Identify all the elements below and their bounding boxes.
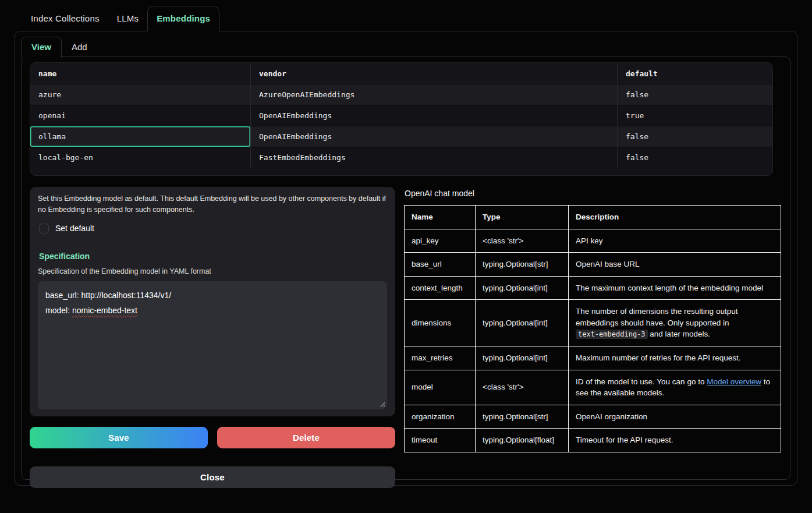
doc-type: typing.Optional[int] [476, 276, 569, 300]
doc-col-name: Name [405, 206, 476, 229]
cell-default: false [617, 126, 772, 147]
doc-type: typing.Optional[int] [476, 346, 569, 370]
specification-subtitle: Specification of the Embedding model in … [38, 267, 387, 275]
doc-desc: OpenAI base URL [569, 253, 781, 277]
table-row-local-bge-en[interactable]: local-bge-en FastEmbedEmbeddings false [30, 147, 772, 168]
doc-name: dimensions [405, 300, 476, 346]
doc-name: max_retries [405, 346, 476, 370]
doc-name: timeout [405, 429, 476, 452]
cell-name: local-bge-en [30, 147, 250, 168]
doc-type: typing.Optional[int] [476, 300, 569, 346]
doc-row-context-length: context_length typing.Optional[int] The … [405, 276, 781, 300]
view-panel: name vendor default azure AzureOpenAIEmb… [21, 56, 790, 480]
doc-row-base-url: base_url typing.Optional[str] OpenAI bas… [405, 253, 781, 277]
cell-vendor: AzureOpenAIEmbeddings [250, 84, 617, 105]
default-config-panel: Set this Embedding model as default. Thi… [30, 187, 395, 416]
doc-name: base_url [405, 253, 476, 277]
set-default-row: Set default [39, 224, 387, 233]
model-doc-table: Name Type Description api_key <class 'st… [404, 205, 781, 452]
cell-vendor: OpenAIEmbeddings [250, 105, 617, 126]
doc-desc: The maximum context length of the embedd… [569, 276, 781, 300]
col-header-default: default [617, 63, 772, 84]
doc-row-api-key: api_key <class 'str'> API key [405, 229, 781, 253]
close-button[interactable]: Close [30, 466, 395, 488]
save-button[interactable]: Save [30, 427, 208, 448]
doc-col-description: Description [569, 206, 781, 229]
doc-column: OpenAI chat model Name Type Description … [404, 187, 782, 488]
cell-name: openai [30, 105, 250, 126]
doc-row-organization: organization typing.Optional[str] OpenAI… [405, 405, 781, 429]
doc-header-row: Name Type Description [405, 206, 781, 229]
cell-default: false [617, 84, 772, 105]
cell-name-selected: ollama [30, 126, 250, 147]
doc-type: typing.Optional[str] [476, 253, 569, 277]
doc-row-dimensions: dimensions typing.Optional[int] The numb… [405, 300, 781, 346]
doc-name: context_length [405, 276, 476, 300]
doc-name: organization [405, 405, 476, 429]
col-header-vendor: vendor [250, 63, 617, 84]
edit-column: Set this Embedding model as default. Thi… [30, 187, 395, 488]
embeddings-table-header: name vendor default [30, 63, 772, 84]
doc-col-type: Type [476, 206, 569, 229]
doc-desc: Timeout for the API request. [569, 429, 781, 452]
doc-type: typing.Optional[str] [476, 405, 569, 429]
subtab-view[interactable]: View [21, 37, 62, 58]
yaml-line-2: model: nomic-embed-text [45, 303, 380, 319]
doc-name: model [405, 370, 476, 405]
col-header-name: name [30, 63, 250, 84]
embeddings-table: name vendor default azure AzureOpenAIEmb… [30, 62, 773, 176]
yaml-spec-textarea[interactable]: base_url: http://localhost:11434/v1/ mod… [38, 281, 387, 409]
embeddings-panel: View Add name vendor default azure Azure… [15, 31, 797, 486]
table-row-ollama[interactable]: ollama OpenAIEmbeddings false [30, 126, 772, 147]
cell-vendor: OpenAIEmbeddings [250, 126, 617, 147]
tab-llms[interactable]: LLMs [108, 6, 147, 31]
doc-row-max-retries: max_retries typing.Optional[int] Maximum… [405, 346, 781, 370]
doc-row-model: model <class 'str'> ID of the model to u… [405, 370, 781, 405]
yaml-model-value: nomic-embed-text [72, 306, 137, 315]
tab-index-collections[interactable]: Index Collections [22, 6, 108, 31]
doc-desc: API key [569, 229, 781, 253]
set-default-label[interactable]: Set default [55, 224, 94, 233]
doc-desc: Maximum number of retries for the API re… [569, 346, 781, 370]
doc-type: <class 'str'> [476, 370, 569, 405]
cell-default: true [617, 105, 772, 126]
doc-title: OpenAI chat model [405, 189, 781, 198]
set-default-checkbox[interactable] [39, 224, 49, 233]
code-chip-text-embedding-3: text-embedding-3 [576, 330, 648, 339]
cell-default: false [617, 147, 772, 168]
doc-row-timeout: timeout typing.Optional[float] Timeout f… [405, 429, 781, 452]
doc-desc: The number of dimensions the resulting o… [569, 300, 781, 346]
main-tab-bar: Index Collections LLMs Embeddings [15, 6, 797, 31]
tab-embeddings[interactable]: Embeddings [147, 6, 219, 31]
doc-desc: OpenAI organization [569, 405, 781, 429]
model-overview-link[interactable]: Model overview [707, 377, 761, 386]
table-row-openai[interactable]: openai OpenAIEmbeddings true [30, 105, 772, 126]
specification-heading: Specification [39, 252, 387, 261]
yaml-line-1: base_url: http://localhost:11434/v1/ [45, 288, 380, 303]
subtab-add[interactable]: Add [62, 37, 97, 57]
sub-tab-bar: View Add [21, 37, 790, 57]
doc-type: typing.Optional[float] [476, 429, 569, 452]
doc-desc: ID of the model to use. You can go to Mo… [569, 370, 781, 405]
set-default-description: Set this Embedding model as default. Thi… [38, 193, 387, 216]
delete-button[interactable]: Delete [217, 427, 395, 448]
cell-vendor: FastEmbedEmbeddings [250, 147, 617, 168]
table-row-azure[interactable]: azure AzureOpenAIEmbeddings false [30, 84, 772, 105]
doc-type: <class 'str'> [476, 229, 569, 253]
cell-name: azure [30, 84, 250, 105]
doc-name: api_key [405, 229, 476, 253]
textarea-resize-handle[interactable] [379, 401, 385, 407]
